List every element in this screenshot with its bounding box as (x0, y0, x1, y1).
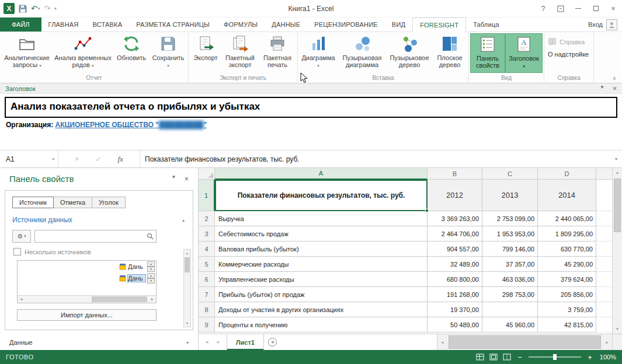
search-input[interactable] (34, 230, 157, 243)
panel-scrollbar[interactable]: ▴ ▾ (183, 249, 191, 327)
cell-value[interactable]: 904 557,00 (428, 242, 482, 257)
row-header[interactable]: 8 (199, 302, 215, 317)
about-addin-button[interactable]: О надстройке (548, 48, 589, 60)
report-title-box[interactable]: Анализ показателей отчета о прибылях и у… (5, 97, 617, 118)
ribbon-options-button[interactable] (552, 0, 569, 18)
column-header-b[interactable]: B (428, 168, 482, 180)
scroll-up-icon[interactable]: ▴ (184, 250, 190, 257)
scroll-up-icon[interactable]: ▴ (613, 168, 622, 177)
cell-value[interactable]: 298 753,00 (482, 287, 538, 302)
cell-label[interactable]: Валовая прибыль (убыток) (215, 242, 428, 257)
tab-source[interactable]: Источник (12, 197, 54, 208)
cell-value[interactable]: 42 815,00 (538, 317, 596, 332)
tab-review[interactable]: РЕЦЕНЗИРОВАНИЕ (307, 18, 385, 32)
cell-label[interactable]: Себестоимость продаж (215, 226, 428, 242)
zoom-in-button[interactable]: + (586, 353, 593, 362)
cell-value[interactable]: 2 753 099,00 (482, 211, 538, 226)
tab-corner[interactable]: Уголок (92, 197, 126, 208)
cell-label[interactable]: Прибыль (убыток) от продаж (215, 287, 428, 302)
sheet-tab-list1[interactable]: Лист1 (227, 334, 264, 350)
undo-button[interactable]: ↶▾ (31, 4, 40, 13)
new-sheet-button[interactable]: + (264, 334, 282, 350)
zoom-slider-thumb[interactable] (553, 354, 557, 360)
minimize-button[interactable] (569, 0, 587, 18)
cell-label[interactable]: Доходы от участия в других организациях (215, 302, 428, 317)
insert-function-button[interactable]: fx (117, 155, 123, 164)
zoom-level[interactable]: 100% (599, 354, 616, 360)
spin-up-icon[interactable]: ▴ (147, 261, 155, 267)
batch-print-button[interactable]: Пакетная печать (259, 33, 296, 73)
help-topic-button[interactable]: Справка (548, 36, 589, 48)
cell-value[interactable]: 2 464 706,00 (428, 226, 482, 242)
cell-value[interactable]: 1 953 953,00 (482, 226, 538, 242)
dropdown-arrow-icon[interactable]: ▾ (52, 157, 54, 162)
cell-value[interactable]: 3 759,00 (538, 302, 596, 317)
cell-label[interactable]: Коммерческие расходы (215, 257, 428, 272)
row-header[interactable]: 2 (199, 211, 215, 226)
refresh-button[interactable]: Обновить (113, 33, 150, 73)
cell-value[interactable]: 45 290,00 (538, 257, 596, 272)
save-icon[interactable] (19, 5, 27, 13)
redo-button[interactable]: ↷ (44, 4, 50, 13)
formula-input[interactable]: Показатели финансовых результатов, тыс. … (140, 150, 610, 167)
page-break-view-button[interactable] (503, 354, 511, 360)
scroll-right-icon[interactable]: ▸ (602, 340, 612, 345)
page-layout-view-button[interactable] (489, 354, 498, 360)
cell-year[interactable]: 2013 (482, 180, 538, 211)
cell-value[interactable]: 379 624,00 (538, 272, 596, 287)
cell-value[interactable]: 205 856,00 (538, 287, 596, 302)
list-item[interactable]: Дань ▴▾ (18, 261, 156, 272)
tab-page-layout[interactable]: РАЗМЕТКА СТРАНИЦЫ (129, 18, 217, 32)
cell-value[interactable]: 3 369 263,00 (428, 211, 482, 226)
cell-value[interactable]: 32 489,00 (428, 257, 482, 272)
row-header[interactable]: 5 (199, 257, 215, 272)
prev-sheet-icon[interactable]: ◄ (204, 340, 209, 345)
sign-in-button[interactable]: Вход (588, 18, 622, 32)
row-header[interactable]: 3 (199, 226, 215, 242)
cell-a1-selected[interactable]: Показатели финансовых результатов, тыс. … (215, 180, 428, 211)
cell-value[interactable]: 50 489,00 (428, 317, 482, 332)
scroll-left-icon[interactable]: ◂ (437, 340, 447, 345)
spin-up-icon[interactable]: ▴ (147, 273, 155, 278)
next-sheet-icon[interactable]: ► (216, 340, 221, 345)
scroll-thumb[interactable] (614, 178, 621, 232)
fill-handle[interactable] (425, 209, 429, 212)
row-header[interactable]: 1 (199, 180, 215, 211)
export-button[interactable]: Экспорт (190, 33, 221, 73)
cell-value[interactable]: 680 800,00 (428, 272, 482, 287)
column-header-c[interactable]: C (482, 168, 538, 180)
cell-year[interactable]: 2014 (538, 180, 596, 211)
collapse-ribbon-button[interactable]: ∧ (612, 75, 616, 81)
spinner-buttons[interactable]: ▴▾ (147, 261, 155, 272)
header-toggle[interactable]: A Заголовок▾ (505, 33, 543, 73)
import-data-button[interactable]: Импорт данных... (17, 309, 157, 321)
cell-value[interactable]: 463 036,00 (482, 272, 538, 287)
tab-insert[interactable]: ВСТАВКА (85, 18, 129, 32)
cell-value[interactable]: 45 960,00 (482, 317, 538, 332)
spin-down-icon[interactable]: ▾ (147, 267, 155, 272)
multiple-sources-checkbox[interactable] (13, 248, 21, 256)
bubble-tree-button[interactable]: Пузырьковое дерево (387, 33, 432, 73)
cell-value[interactable]: 1 809 295,00 (538, 226, 596, 242)
select-all-corner[interactable] (199, 168, 215, 180)
maximize-button[interactable] (587, 0, 604, 18)
scroll-thumb[interactable] (449, 335, 601, 349)
cell-value[interactable]: 799 146,00 (482, 242, 538, 257)
list-item[interactable]: Дань ▴▾ (18, 272, 156, 284)
close-icon[interactable]: × (613, 85, 617, 93)
cell-label[interactable]: Выручка (215, 211, 428, 226)
flat-tree-button[interactable]: Плоское дерево (432, 33, 467, 73)
cell-value[interactable]: 2 440 065,00 (538, 211, 596, 226)
analytical-queries-button[interactable]: Аналитические запросы ▾ (1, 33, 53, 73)
scroll-right-icon[interactable]: ▸ (148, 297, 156, 302)
scroll-thumb[interactable] (185, 257, 190, 272)
qat-customize-button[interactable]: ▾ (54, 6, 57, 11)
row-header[interactable]: 4 (199, 242, 215, 257)
scroll-left-icon[interactable]: ◂ (18, 297, 25, 302)
normal-view-button[interactable] (476, 354, 484, 360)
data-section-header[interactable]: Данные (9, 339, 33, 346)
tab-file[interactable]: ФАЙЛ (0, 18, 41, 32)
horizontal-scrollbar[interactable]: ◂ ▸ (437, 334, 612, 350)
column-header-a[interactable]: A (215, 168, 428, 180)
tab-data[interactable]: ДАННЫЕ (265, 18, 307, 32)
